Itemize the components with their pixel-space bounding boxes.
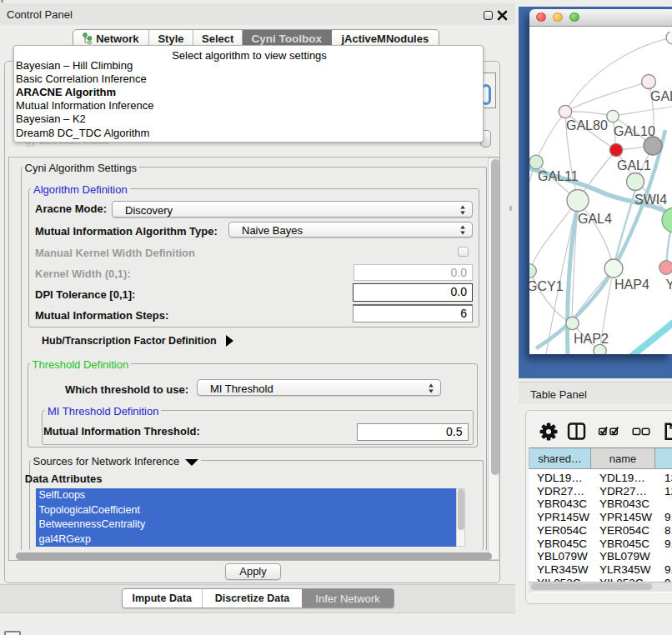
svg-text:GAL1: GAL1 [617, 158, 651, 172]
svg-text:GAL2: GAL2 [650, 89, 672, 103]
svg-text:SWI4: SWI4 [634, 192, 667, 207]
svg-text:YJ: YJ [666, 278, 672, 292]
svg-text:GAL11: GAL11 [538, 169, 579, 183]
svg-text:GAL10: GAL10 [614, 124, 655, 138]
svg-text:GAL4: GAL4 [578, 212, 612, 226]
svg-text:GCY1: GCY1 [529, 279, 564, 293]
svg-text:GAL80: GAL80 [566, 118, 608, 132]
svg-text:HAP4: HAP4 [614, 278, 649, 292]
svg-text:HAP2: HAP2 [574, 332, 609, 346]
